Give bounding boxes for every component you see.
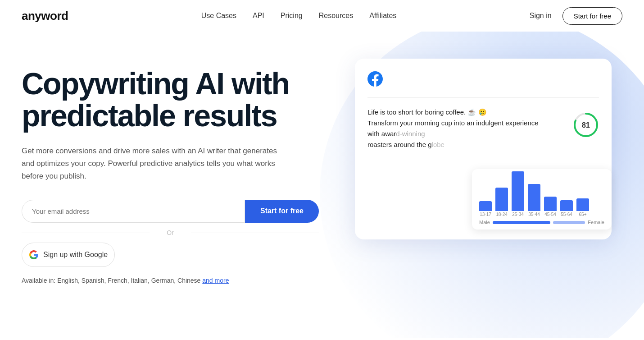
preview-card: Life is too short for boring coffee. ☕ 🥲…	[355, 59, 612, 239]
gender-row: Male Female	[479, 220, 604, 225]
navigation: anyword Use Cases API Pricing Resources …	[0, 0, 644, 32]
nav-resources[interactable]: Resources	[319, 12, 353, 19]
signin-link[interactable]: Sign in	[530, 12, 552, 20]
bar-group-6: 55-64	[560, 200, 573, 217]
available-more-link[interactable]: and more	[202, 277, 229, 284]
svg-text:81: 81	[582, 121, 590, 129]
bar-65-plus	[576, 198, 589, 211]
email-input[interactable]	[22, 200, 245, 223]
facebook-icon	[367, 71, 599, 90]
nav-use-cases[interactable]: Use Cases	[201, 12, 236, 19]
logo[interactable]: anyword	[22, 9, 68, 23]
card-divider	[367, 97, 599, 98]
google-signup-button[interactable]: Sign up with Google	[22, 243, 115, 267]
bar-group-4: 35-44	[528, 184, 540, 217]
hero-title: Copywriting AI with predictable results	[22, 68, 328, 132]
hero-left: Copywriting AI with predictable results …	[22, 54, 328, 284]
nav-affiliates[interactable]: Affiliates	[369, 12, 396, 19]
start-free-button[interactable]: Start for free	[245, 200, 319, 223]
gender-bar-female	[553, 221, 585, 224]
bar-13-17	[479, 201, 492, 211]
gender-bar-male	[493, 221, 550, 224]
bar-group-2: 18-24	[495, 188, 508, 217]
nav-right: Sign in Start for free	[530, 7, 622, 25]
hero-section: Copywriting AI with predictable results …	[0, 32, 644, 338]
google-icon	[29, 250, 39, 260]
chart-bars: 13-17 18-24 25-34 35-44	[479, 176, 604, 217]
or-divider: Or	[22, 229, 319, 236]
nav-api[interactable]: API	[253, 12, 264, 19]
nav-links: Use Cases API Pricing Resources Affiliat…	[201, 12, 397, 20]
score-badge: 81	[573, 112, 599, 140]
hero-subtitle: Get more conversions and drive more sale…	[22, 145, 283, 183]
hero-right: Life is too short for boring coffee. ☕ 🥲…	[355, 59, 612, 239]
nav-pricing[interactable]: Pricing	[281, 12, 303, 19]
bar-18-24	[495, 188, 508, 211]
bar-group-1: 13-17	[479, 201, 492, 217]
female-label: Female	[588, 220, 604, 225]
bar-group-5: 45-54	[544, 197, 557, 217]
bar-group-3: 25-34	[512, 171, 524, 217]
email-form: Start for free	[22, 200, 319, 223]
male-label: Male	[479, 220, 490, 225]
bar-45-54	[544, 197, 557, 211]
bar-group-7: 65+	[576, 198, 589, 217]
bar-55-64	[560, 200, 573, 211]
bar-35-44	[528, 184, 540, 211]
available-languages: Available in: English, Spanish, French, …	[22, 277, 328, 284]
bar-25-34	[512, 171, 524, 211]
card-copy-text: Life is too short for boring coffee. ☕ 🥲…	[367, 107, 539, 150]
nav-start-free-button[interactable]: Start for free	[562, 7, 622, 25]
chart-overlay: 13-17 18-24 25-34 35-44	[472, 169, 612, 230]
google-signup-label: Sign up with Google	[43, 251, 108, 259]
